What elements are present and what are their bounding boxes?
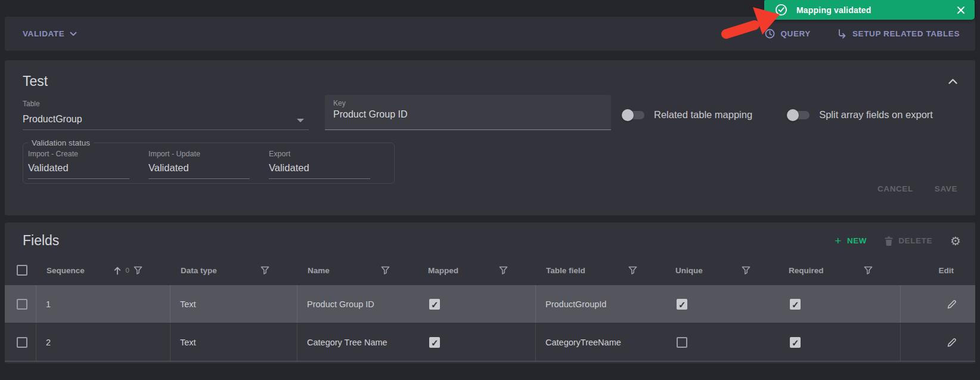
table-field-cell: ProductGroupId bbox=[535, 285, 665, 323]
name-cell: Category Tree Name bbox=[297, 324, 417, 361]
import-update-label: Import - Update bbox=[148, 150, 269, 158]
export-value: Validated bbox=[269, 162, 370, 179]
row-checkbox[interactable] bbox=[17, 337, 27, 348]
import-create-label: Import - Create bbox=[28, 150, 148, 158]
mapping-editor-page: VALIDATE QUERY SETUP RELATED TABLES Tes bbox=[0, 0, 980, 380]
key-field-value: Product Group ID bbox=[333, 109, 604, 120]
toast-notification: Mapping validated bbox=[764, 0, 975, 20]
column-header-mapped[interactable]: Mapped bbox=[428, 266, 458, 275]
related-table-mapping-label: Related table mapping bbox=[654, 109, 752, 121]
name-cell: Product Group ID bbox=[297, 285, 417, 323]
collapse-panel-button[interactable] bbox=[948, 79, 957, 84]
dropdown-arrow-icon bbox=[297, 119, 304, 122]
table-row[interactable]: 1 Text Product Group ID ProductGroupId bbox=[5, 285, 975, 324]
validation-status-legend: Validation status bbox=[28, 138, 94, 147]
column-header-data-type[interactable]: Data type bbox=[181, 266, 217, 275]
table-row[interactable]: 2 Text Category Tree Name CategoryTreeNa… bbox=[5, 324, 975, 362]
delete-button-label: DELETE bbox=[898, 236, 932, 245]
save-button[interactable]: SAVE bbox=[935, 184, 957, 193]
toast-message: Mapping validated bbox=[796, 5, 872, 15]
filter-funnel-icon[interactable] bbox=[499, 266, 508, 275]
column-header-required[interactable]: Required bbox=[789, 266, 824, 275]
sequence-cell: 1 bbox=[36, 285, 170, 323]
column-header-sequence[interactable]: Sequence bbox=[46, 266, 85, 275]
validate-button[interactable]: VALIDATE bbox=[23, 29, 77, 38]
filter-funnel-icon[interactable] bbox=[381, 266, 390, 275]
plus-icon: + bbox=[835, 235, 842, 246]
import-update-value: Validated bbox=[148, 162, 250, 179]
table-field-cell: CategoryTreeName bbox=[535, 324, 665, 361]
row-checkbox[interactable] bbox=[17, 299, 27, 310]
chevron-up-icon bbox=[948, 79, 957, 84]
filter-funnel-icon[interactable] bbox=[260, 266, 269, 275]
import-update-status: Import - Update Validated bbox=[148, 150, 269, 179]
sort-order-badge: 0 bbox=[126, 267, 129, 274]
import-create-value: Validated bbox=[28, 162, 129, 179]
mapped-checkbox[interactable] bbox=[429, 337, 440, 348]
filter-funnel-icon[interactable] bbox=[742, 266, 750, 275]
filter-funnel-icon[interactable] bbox=[628, 266, 637, 275]
toggle-knob bbox=[622, 109, 634, 121]
fields-panel: Fields + NEW DELETE ⚙ Sequence bbox=[5, 223, 975, 363]
close-icon[interactable] bbox=[957, 6, 965, 14]
select-all-checkbox[interactable] bbox=[17, 265, 27, 276]
chevron-down-icon bbox=[70, 32, 77, 36]
column-header-name[interactable]: Name bbox=[308, 266, 330, 275]
sort-arrow-up-icon[interactable] bbox=[113, 266, 122, 275]
new-field-button[interactable]: + NEW bbox=[835, 235, 867, 246]
setup-related-tables-button[interactable]: SETUP RELATED TABLES bbox=[837, 29, 960, 39]
column-header-table-field[interactable]: Table field bbox=[546, 266, 585, 275]
cancel-button[interactable]: CANCEL bbox=[877, 184, 913, 193]
toggle-knob bbox=[787, 109, 799, 121]
export-status: Export Validated bbox=[269, 150, 389, 179]
column-header-unique[interactable]: Unique bbox=[675, 266, 703, 275]
delete-field-button[interactable]: DELETE bbox=[885, 236, 932, 246]
mapped-checkbox[interactable] bbox=[429, 299, 440, 310]
filter-funnel-icon[interactable] bbox=[864, 266, 873, 275]
required-checkbox[interactable] bbox=[790, 337, 801, 348]
data-type-cell: Text bbox=[170, 285, 297, 323]
data-type-cell: Text bbox=[170, 324, 297, 361]
required-checkbox[interactable] bbox=[790, 299, 801, 310]
key-field-label: Key bbox=[333, 99, 604, 107]
validation-status-group: Validation status Import - Create Valida… bbox=[23, 138, 395, 184]
table-select[interactable]: Table ProductGroup bbox=[23, 95, 309, 130]
trash-icon bbox=[885, 236, 893, 246]
column-header-edit: Edit bbox=[939, 266, 954, 275]
test-panel: Test Table ProductGroup Key Product Grou… bbox=[5, 60, 975, 215]
import-create-status: Import - Create Validated bbox=[28, 150, 148, 179]
fields-panel-title: Fields bbox=[23, 233, 59, 249]
query-button[interactable]: QUERY bbox=[765, 29, 811, 39]
validate-button-label: VALIDATE bbox=[23, 29, 64, 38]
table-select-label: Table bbox=[23, 100, 309, 108]
edit-pencil-icon[interactable] bbox=[947, 299, 957, 310]
related-table-mapping-toggle[interactable] bbox=[623, 111, 644, 119]
filter-funnel-icon[interactable] bbox=[134, 266, 142, 275]
unique-checkbox[interactable] bbox=[677, 337, 687, 348]
clock-icon bbox=[765, 29, 775, 39]
setup-related-tables-label: SETUP RELATED TABLES bbox=[852, 29, 960, 38]
query-button-label: QUERY bbox=[780, 29, 811, 38]
check-circle-icon bbox=[775, 4, 787, 16]
export-label: Export bbox=[269, 150, 389, 158]
fields-table-header: Sequence 0 Data type Name bbox=[5, 255, 975, 285]
edit-pencil-icon[interactable] bbox=[947, 337, 957, 348]
sequence-cell: 2 bbox=[36, 324, 170, 361]
new-button-label: NEW bbox=[847, 236, 867, 245]
toolbar: VALIDATE QUERY SETUP RELATED TABLES bbox=[5, 17, 975, 51]
split-array-fields-label: Split array fields on export bbox=[819, 109, 933, 121]
branch-arrow-icon bbox=[837, 29, 847, 39]
table-select-value: ProductGroup bbox=[23, 114, 309, 125]
gear-icon[interactable]: ⚙ bbox=[950, 235, 961, 247]
unique-checkbox[interactable] bbox=[677, 299, 687, 310]
split-array-fields-toggle[interactable] bbox=[788, 111, 810, 119]
test-panel-title: Test bbox=[23, 73, 48, 89]
key-field[interactable]: Key Product Group ID bbox=[325, 95, 611, 130]
